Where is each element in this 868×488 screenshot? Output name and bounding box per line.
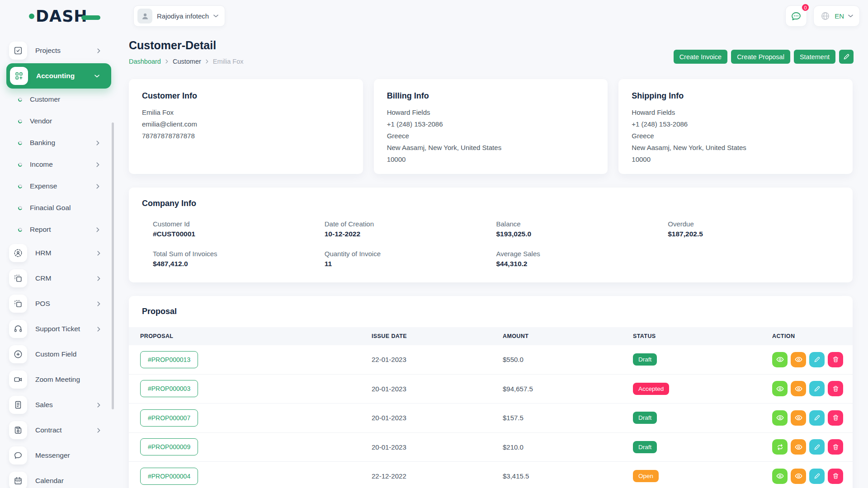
convert-arrows-icon [777,444,783,450]
sidebar-item-projects[interactable]: Projects [0,38,118,63]
headset-icon [9,320,27,338]
amount: $550.0 [503,356,633,363]
issue-date: 20-01-2023 [372,385,503,393]
sidebar-item-custom-field[interactable]: Custom Field [0,342,118,367]
edit-action-button[interactable] [809,439,825,455]
shipping-phone: +1 (248) 153-2086 [632,118,840,130]
delete-action-button[interactable] [828,410,843,426]
column-header-amount: AMOUNT [503,333,633,339]
chevron-right-icon [97,48,100,53]
sidebar-item-label: Contract [35,426,62,434]
convert-action-button[interactable] [772,439,788,455]
edit-action-button[interactable] [809,352,825,367]
language-code: EN [835,12,844,20]
sidebar-item-label: Expense [30,182,57,190]
sidebar-item-hrm[interactable]: HRM [0,240,118,266]
proposal-id-link[interactable]: #PROP000009 [140,438,198,455]
sidebar-item-crm[interactable]: CRM [0,266,118,291]
save-icon [9,421,27,439]
sidebar-item-banking[interactable]: Banking [0,132,118,154]
sidebar-item-label: Calendar [35,477,64,485]
sidebar-item-vendor[interactable]: Vendor [0,110,118,132]
preview-action-button[interactable] [791,410,806,426]
view-action-button[interactable] [772,410,788,426]
sidebar-item-contract[interactable]: Contract [0,418,118,443]
view-action-button[interactable] [772,469,788,484]
sidebar-item-label: HRM [35,249,51,257]
card-title: Shipping Info [632,91,840,101]
breadcrumb-dashboard-link[interactable]: Dashboard [129,58,161,65]
sidebar-item-sales[interactable]: Sales [0,392,118,418]
chat-icon [9,446,27,465]
breadcrumb-customer-link[interactable]: Customer [173,58,201,65]
sidebar-item-income[interactable]: Income [0,154,118,175]
edit-action-button[interactable] [809,381,825,396]
edit-action-button[interactable] [809,410,825,426]
sidebar-item-expense[interactable]: Expense [0,175,118,197]
preview-action-button[interactable] [791,469,806,484]
sidebar-item-calendar[interactable]: Calendar [0,468,118,488]
view-action-button[interactable] [772,352,788,367]
edit-action-button[interactable] [809,469,825,484]
sidebar-item-customer[interactable]: Customer [0,89,118,110]
field-date-of-creation: Date of Creation 10-12-2022 [325,220,496,238]
preview-action-button[interactable] [791,439,806,455]
view-action-button[interactable] [772,381,788,396]
sidebar-item-label: Projects [35,47,61,55]
sidebar-item-messenger[interactable]: Messenger [0,443,118,468]
field-overdue: Overdue $187,202.5 [668,220,840,238]
workspace-selector[interactable]: Rajodiya infotech [133,5,225,27]
chevron-right-icon [96,227,99,232]
messages-button[interactable]: 0 [785,5,807,27]
proposal-id-link[interactable]: #PROP000013 [140,351,198,368]
document-icon [9,396,27,414]
create-proposal-button[interactable]: Create Proposal [731,50,790,64]
sidebar-item-pos[interactable]: POS [0,291,118,316]
people-circle-icon [9,244,27,262]
card-title: Billing Info [387,91,595,101]
status-badge: Draft [633,353,657,366]
delete-action-button[interactable] [828,352,843,367]
sidebar: Projects Accounting Customer Vendor Bank… [0,38,118,488]
sidebar-item-label: Support Ticket [35,325,80,333]
column-header-status: STATUS [633,333,772,339]
pencil-icon [814,473,821,479]
video-icon [9,371,27,389]
workspace-name: Rajodiya infotech [157,12,209,20]
brand-logo[interactable]: DASH [29,7,100,25]
proposal-section-title: Proposal [142,307,853,316]
delete-action-button[interactable] [828,381,843,396]
chevron-right-icon [96,162,99,167]
sidebar-item-accounting[interactable]: Accounting [6,63,111,89]
trash-icon [832,444,839,450]
proposal-card: Proposal PROPOSAL ISSUE DATE AMOUNT STAT… [129,296,853,488]
delete-action-button[interactable] [828,469,843,484]
proposal-id-link[interactable]: #PROP000004 [140,468,198,485]
sidebar-item-zoom-meeting[interactable]: Zoom Meeting [0,367,118,392]
delete-action-button[interactable] [828,439,843,455]
sidebar-scrollbar[interactable] [112,122,114,409]
chevron-right-icon [97,403,100,408]
chevron-down-icon [213,14,218,18]
table-row: #PROP000007 20-01-2023 $157.5 Draft [129,404,853,433]
eye-icon [795,385,802,393]
proposal-id-link[interactable]: #PROP000007 [140,409,198,427]
create-invoice-button[interactable]: Create Invoice [674,50,728,64]
language-selector[interactable]: EN [813,5,860,27]
sidebar-item-support-ticket[interactable]: Support Ticket [0,316,118,342]
app-viewport: DASH Rajodiya infotech 0 [0,0,868,488]
chevron-down-icon [94,75,99,78]
statement-button[interactable]: Statement [794,50,835,64]
edit-customer-button[interactable] [839,50,854,64]
sidebar-item-report[interactable]: Report [0,219,118,240]
plus-circle-icon [9,345,27,363]
preview-action-button[interactable] [791,381,806,396]
issue-date: 22-12-2022 [372,472,503,480]
proposal-id-link[interactable]: #PROP000003 [140,380,198,397]
table-row: #PROP000013 22-01-2023 $550.0 Draft [129,345,853,375]
eye-icon [795,414,802,422]
preview-action-button[interactable] [791,352,806,367]
sidebar-item-label: Sales [35,401,53,409]
sidebar-item-finacial-goal[interactable]: Finacial Goal [0,197,118,219]
issue-date: 20-01-2023 [372,414,503,422]
